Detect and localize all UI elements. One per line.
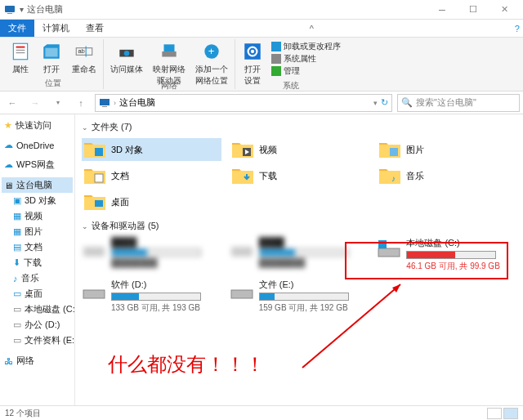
- tab-file[interactable]: 文件: [0, 20, 34, 37]
- folder-3d[interactable]: 3D 对象: [82, 138, 221, 161]
- picture-icon: ▦: [13, 226, 21, 237]
- sidebar-office[interactable]: ▭办公 (D:): [2, 317, 73, 333]
- window-title: 这台电脑: [24, 3, 427, 16]
- sidebar: ★快速访问 ☁OneDrive ☁WPS网盘 🖥这台电脑 ▣3D 对象 ▦视频 …: [0, 114, 75, 405]
- svg-point-11: [124, 51, 130, 56]
- sidebar-onedrive[interactable]: ☁OneDrive: [2, 138, 73, 152]
- svg-text:♪: ♪: [391, 174, 396, 183]
- tab-view[interactable]: 查看: [78, 20, 112, 37]
- cube-icon: ▣: [13, 195, 21, 206]
- breadcrumb[interactable]: › 这台电脑 ▾ ↻: [95, 94, 392, 112]
- sidebar-desktop[interactable]: ▭桌面: [2, 286, 73, 302]
- view-details-button[interactable]: [487, 408, 502, 419]
- ribbon-rename[interactable]: ab重命名: [70, 39, 98, 77]
- svg-rect-1: [7, 13, 12, 14]
- svg-rect-6: [45, 48, 57, 57]
- wps-icon: ☁: [4, 159, 13, 170]
- section-drives[interactable]: ⌄设备和驱动器 (5): [82, 220, 516, 232]
- svg-rect-3: [16, 47, 25, 48]
- recent-dropdown[interactable]: ▾: [49, 94, 67, 112]
- cloud-icon: ☁: [4, 140, 13, 150]
- sidebar-3d[interactable]: ▣3D 对象: [2, 193, 73, 208]
- drive-item-hidden-1[interactable]: ████████████: [82, 237, 221, 272]
- status-bar: 12 个项目: [0, 405, 523, 420]
- minimize-button[interactable]: ─: [427, 0, 458, 20]
- sidebar-video[interactable]: ▦视频: [2, 208, 73, 224]
- pc-icon: [3, 3, 16, 16]
- sidebar-docs[interactable]: ▤文档: [2, 239, 73, 255]
- folder-desktop[interactable]: 桌面: [82, 190, 221, 213]
- folder-docs[interactable]: 文档: [82, 164, 221, 187]
- chevron-down-icon: ⌄: [82, 222, 88, 230]
- folder-pictures[interactable]: 图片: [377, 138, 516, 161]
- svg-text:ab: ab: [78, 47, 84, 55]
- svg-rect-35: [83, 290, 105, 298]
- sidebar-wps[interactable]: ☁WPS网盘: [2, 157, 73, 172]
- sidebar-network[interactable]: 🖧网络: [2, 353, 73, 369]
- sidebar-this-pc[interactable]: 🖥这台电脑: [2, 177, 73, 193]
- music-icon: ♪: [13, 274, 18, 284]
- section-folders[interactable]: ⌄文件夹 (7): [82, 121, 516, 133]
- forward-button[interactable]: →: [26, 94, 44, 112]
- svg-rect-27: [390, 148, 398, 156]
- menubar: 文件 计算机 查看 ^ ?: [0, 20, 523, 38]
- folder-music[interactable]: ♪音乐: [377, 164, 516, 187]
- svg-rect-32: [231, 247, 253, 257]
- ribbon-uninstall[interactable]: 卸载或更改程序: [271, 41, 341, 52]
- ribbon-manage[interactable]: 管理: [271, 65, 341, 77]
- svg-rect-12: [162, 51, 176, 57]
- drive-icon: ▭: [13, 304, 21, 315]
- ribbon-add-network[interactable]: +添加一个 网络位置: [194, 39, 230, 88]
- window-titlebar: ▾ 这台电脑 ─ ☐ ✕: [0, 0, 523, 20]
- maximize-button[interactable]: ☐: [458, 0, 489, 20]
- view-icons-button[interactable]: [503, 408, 518, 419]
- annotation-box: [345, 242, 508, 279]
- ribbon-sys-props[interactable]: 系统属性: [271, 53, 341, 65]
- svg-rect-28: [95, 174, 103, 182]
- chevron-down-icon: ⌄: [82, 123, 88, 132]
- breadcrumb-dropdown[interactable]: ▾: [373, 99, 378, 107]
- sidebar-docdrive[interactable]: ▭文件资料 (E:): [2, 333, 73, 348]
- ribbon-group-network: 访问媒体 映射网络 驱动器 +添加一个 网络位置 网络: [104, 39, 235, 89]
- chevron-right-icon[interactable]: ›: [114, 99, 116, 107]
- sidebar-quick-access[interactable]: ★快速访问: [2, 118, 73, 133]
- address-bar: ← → ▾ ↑ › 这台电脑 ▾ ↻ 🔍 搜索"这台电脑": [0, 92, 523, 114]
- pc-icon: 🖥: [4, 181, 13, 190]
- status-count: 12 个项目: [5, 408, 41, 419]
- sidebar-pictures[interactable]: ▦图片: [2, 224, 73, 239]
- svg-rect-20: [271, 54, 281, 64]
- svg-rect-36: [231, 290, 253, 298]
- drive-docs-e[interactable]: 文件 (E:)159 GB 可用, 共 192 GB: [230, 279, 369, 314]
- ribbon: 属性 打开 ab重命名 位置 访问媒体 映射网络 驱动器 +添加一个 网络位置 …: [0, 38, 523, 92]
- ribbon-access-media[interactable]: 访问媒体: [109, 39, 145, 77]
- search-input[interactable]: 🔍 搜索"这台电脑": [397, 94, 520, 112]
- doc-icon: ▤: [13, 242, 21, 252]
- drive-icon: ▭: [13, 335, 21, 346]
- refresh-icon[interactable]: ↻: [381, 97, 388, 108]
- download-icon: ⬇: [13, 257, 20, 268]
- up-button[interactable]: ↑: [72, 94, 90, 112]
- svg-rect-21: [271, 66, 281, 76]
- svg-point-18: [251, 50, 254, 53]
- close-button[interactable]: ✕: [489, 0, 520, 20]
- folder-video[interactable]: 视频: [230, 138, 369, 161]
- svg-rect-31: [83, 247, 105, 257]
- drive-software-d[interactable]: 软件 (D:)133 GB 可用, 共 193 GB: [82, 279, 221, 314]
- star-icon: ★: [4, 120, 12, 131]
- ribbon-open-settings[interactable]: 打开 设置: [240, 39, 265, 88]
- tab-computer[interactable]: 计算机: [34, 20, 78, 37]
- drive-icon: ▭: [13, 319, 21, 330]
- sidebar-downloads[interactable]: ⬇下载: [2, 255, 73, 270]
- svg-rect-2: [13, 43, 27, 60]
- ribbon-group-location: 属性 打开 ab重命名 位置: [3, 39, 104, 89]
- sidebar-localc[interactable]: ▭本地磁盘 (C:): [2, 302, 73, 317]
- ribbon-properties[interactable]: 属性: [8, 39, 33, 77]
- annotation-text: 什么都没有！！！: [108, 351, 265, 378]
- sidebar-music[interactable]: ♪音乐: [2, 270, 73, 286]
- folder-downloads[interactable]: 下载: [230, 164, 369, 187]
- back-button[interactable]: ←: [3, 94, 21, 112]
- help-icon[interactable]: ?: [515, 24, 520, 34]
- breadcrumb-item[interactable]: 这台电脑: [119, 96, 155, 109]
- ribbon-open[interactable]: 打开: [39, 39, 64, 77]
- ribbon-toggle-icon[interactable]: ^: [310, 24, 314, 34]
